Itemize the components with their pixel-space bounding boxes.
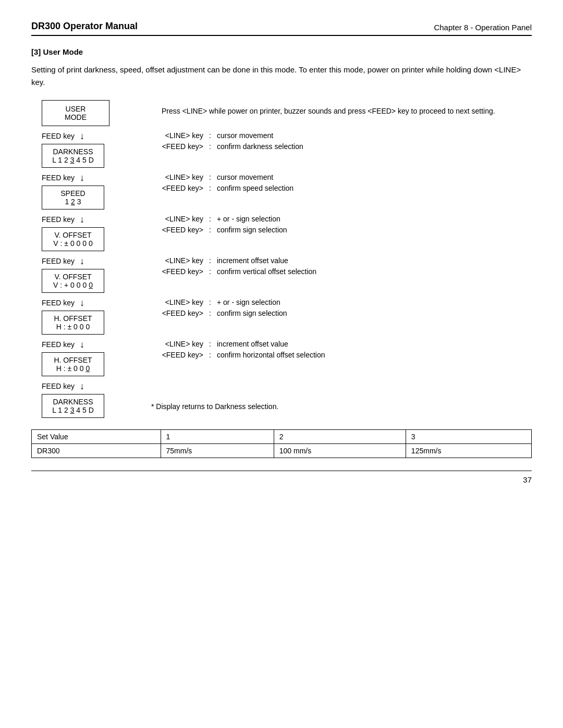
key-desc-2b: confirm speed selection [217, 184, 293, 192]
table-cell-0-0: DR300 [32, 444, 161, 458]
user-mode-section: USER MODE Press <LINE> while power on pr… [31, 100, 532, 126]
feed-key-col-1: FEED key ↓ DARKNESS L 1 2 3 4 5 D [31, 128, 151, 168]
feed-key-label-3: FEED key [42, 215, 75, 224]
key-desc-6a: increment offset value [217, 340, 325, 348]
v-offset-val-line1: V. OFFSET [48, 273, 97, 281]
diagram-area: USER MODE Press <LINE> while power on pr… [31, 100, 532, 420]
feed-key-label-5: FEED key [42, 299, 75, 307]
feed-key-label-1: FEED key [42, 132, 75, 140]
key-label-2b: <FEED key> [151, 184, 203, 192]
key-label-5b: <FEED key> [151, 309, 203, 317]
arrow-down-last: ↓ [80, 381, 84, 391]
speed-box: SPEED 1 2 3 [42, 186, 104, 209]
speed-box-line2: 1 2 3 [48, 198, 97, 206]
key-label-4a: <LINE> key [151, 256, 203, 265]
h-offset-sign-key-2: <FEED key> : confirm sign selection [151, 309, 287, 317]
key-desc-1b: confirm darkness selection [217, 142, 303, 151]
h-offset-val-line2: H : ± 0 0 0 [48, 364, 97, 373]
key-desc-6b: confirm horizontal offset selection [217, 351, 325, 359]
key-desc-4a: increment offset value [217, 256, 316, 265]
header-divider [31, 35, 532, 36]
h-offset-val-line1: H. OFFSET [48, 356, 97, 364]
feed-key-row-2: FEED key ↓ [42, 173, 84, 182]
feed-key-col-4: FEED key ↓ V. OFFSET V : + 0 0 0 0 [31, 253, 151, 293]
h-offset-sign-box: H. OFFSET H : ± 0 0 0 [42, 311, 104, 335]
arrow-down-4: ↓ [80, 256, 84, 266]
h-offset-sign-key-1: <LINE> key : + or - sign selection [151, 298, 287, 306]
table-row: DR300 75mm/s 100 mm/s 125mm/s [32, 444, 532, 458]
user-mode-box: USER MODE [42, 100, 109, 126]
key-desc-5a: + or - sign selection [217, 298, 287, 306]
speed-key-line-1: <LINE> key : cursor movement [151, 173, 293, 181]
feed-key-label-6: FEED key [42, 340, 75, 349]
key-label-3a: <LINE> key [151, 215, 203, 223]
table-header-2: 2 [274, 430, 406, 444]
key-desc-5b: confirm sign selection [217, 309, 287, 317]
feed-key-col-6: FEED key ↓ H. OFFSET H : ± 0 0 0 [31, 337, 151, 376]
user-mode-line2: MODE [52, 113, 100, 121]
step-feed-6: FEED key ↓ H. OFFSET H : ± 0 0 0 <LINE> … [31, 337, 532, 376]
table-cell-0-1: 75mm/s [161, 444, 274, 458]
key-label-4b: <FEED key> [151, 267, 203, 276]
arrow-down-3: ↓ [80, 215, 84, 224]
key-label-6b: <FEED key> [151, 351, 203, 359]
page: DR300 Operator Manual Chapter 8 - Operat… [0, 0, 563, 728]
step-feed-2: FEED key ↓ SPEED 1 2 3 <LINE> key : curs… [31, 170, 532, 209]
feed-key-label-2: FEED key [42, 174, 75, 182]
key-label-3b: <FEED key> [151, 226, 203, 234]
v-offset-sign-key-1: <LINE> key : + or - sign selection [151, 215, 287, 223]
step-feed-1: FEED key ↓ DARKNESS L 1 2 3 4 5 D <LINE>… [31, 128, 532, 168]
darkness-box-last: DARKNESS L 1 2 3 4 5 D [42, 394, 104, 418]
key-desc-1a: cursor movement [217, 131, 303, 140]
feed-key-row-last: FEED key ↓ [42, 381, 84, 391]
v-offset-val-key-2: <FEED key> : confirm vertical offset sel… [151, 267, 316, 276]
manual-title: DR300 Operator Manual [31, 21, 138, 32]
feed-key-col-5: FEED key ↓ H. OFFSET H : ± 0 0 0 [31, 295, 151, 335]
v-offset-val-key-1: <LINE> key : increment offset value [151, 256, 316, 265]
feed-key-row-3: FEED key ↓ [42, 215, 84, 224]
key-label-1b: <FEED key> [151, 142, 203, 151]
v-offset-sign-line2: V : ± 0 0 0 0 [48, 239, 97, 248]
table-header-3: 3 [406, 430, 531, 444]
feed-key-row-5: FEED key ↓ [42, 298, 84, 307]
key-label-6a: <LINE> key [151, 340, 203, 348]
table-cell-0-2: 100 mm/s [274, 444, 406, 458]
key-desc-4b: confirm vertical offset selection [217, 267, 316, 276]
table-header-0: Set Value [32, 430, 161, 444]
speed-box-line1: SPEED [48, 189, 97, 198]
table-header-row: Set Value 1 2 3 [32, 430, 532, 444]
intro-text: Setting of print darkness, speed, offset… [31, 64, 532, 89]
page-header: DR300 Operator Manual Chapter 8 - Operat… [31, 21, 532, 32]
h-offset-val-key-2: <FEED key> : confirm horizontal offset s… [151, 351, 325, 359]
step-feed-4: FEED key ↓ V. OFFSET V : + 0 0 0 0 <LINE… [31, 253, 532, 293]
speed-key-line-2: <FEED key> : confirm speed selection [151, 184, 293, 192]
v-offset-val-line2: V : + 0 0 0 0 [48, 281, 97, 289]
feed-key-col-last: FEED key ↓ DARKNESS L 1 2 3 4 5 D [31, 378, 151, 418]
darkness-box-1: DARKNESS L 1 2 3 4 5 D [42, 144, 104, 168]
step-feed-last: FEED key ↓ DARKNESS L 1 2 3 4 5 D * Disp… [31, 378, 532, 418]
key-label-2a: <LINE> key [151, 173, 203, 181]
darkness-keys-1: <LINE> key : cursor movement <FEED key> … [151, 128, 303, 168]
h-offset-sign-line2: H : ± 0 0 0 [48, 323, 97, 331]
v-offset-sign-box: V. OFFSET V : ± 0 0 0 0 [42, 227, 104, 251]
h-offset-val-box: H. OFFSET H : ± 0 0 0 [42, 352, 104, 376]
step-feed-5: FEED key ↓ H. OFFSET H : ± 0 0 0 <LINE> … [31, 295, 532, 335]
last-note-block: * Display returns to Darkness selection. [151, 378, 278, 418]
arrow-down-1: ↓ [80, 131, 84, 141]
feed-key-row-4: FEED key ↓ [42, 256, 84, 266]
page-footer: 37 [31, 475, 532, 484]
step-feed-3: FEED key ↓ V. OFFSET V : ± 0 0 0 0 <LINE… [31, 212, 532, 251]
h-offset-val-keys: <LINE> key : increment offset value <FEE… [151, 337, 325, 376]
user-mode-line1: USER [52, 105, 100, 113]
key-desc-3a: + or - sign selection [217, 215, 287, 223]
feed-key-col-2: FEED key ↓ SPEED 1 2 3 [31, 170, 151, 209]
darkness-box-1-line2: L 1 2 3 4 5 D [48, 156, 97, 164]
h-offset-sign-keys: <LINE> key : + or - sign selection <FEED… [151, 295, 287, 335]
feed-key-col-3: FEED key ↓ V. OFFSET V : ± 0 0 0 0 [31, 212, 151, 251]
arrow-down-5: ↓ [80, 298, 84, 307]
darkness-key-line-1: <LINE> key : cursor movement [151, 131, 303, 140]
feed-key-label-4: FEED key [42, 257, 75, 265]
v-offset-sign-keys: <LINE> key : + or - sign selection <FEED… [151, 212, 287, 251]
table-cell-0-3: 125mm/s [406, 444, 531, 458]
v-offset-sign-key-2: <FEED key> : confirm sign selection [151, 226, 287, 234]
